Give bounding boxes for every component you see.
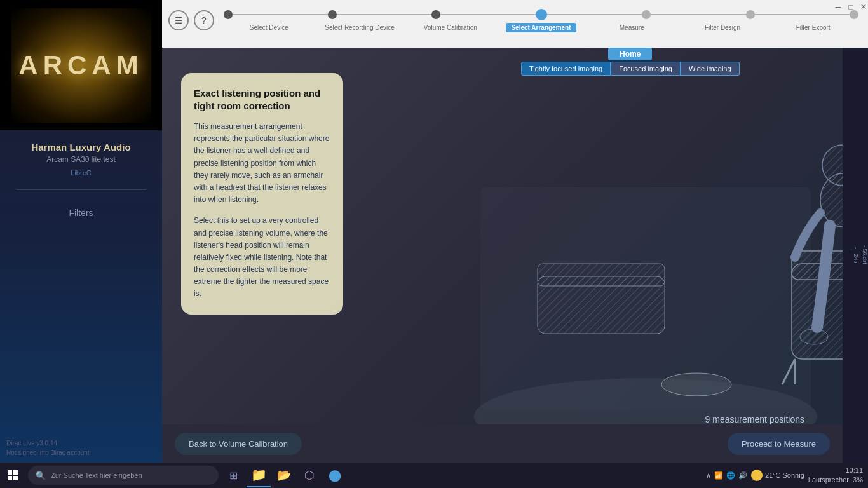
sidebar-lib-label: LibreC bbox=[71, 169, 91, 177]
room-scene bbox=[449, 60, 843, 461]
step-label-5: Measure bbox=[587, 24, 677, 31]
step-dot-7[interactable] bbox=[850, 10, 858, 19]
help-icon[interactable]: ? bbox=[194, 10, 214, 30]
sidebar-version: Dirac Live v3.0.14 bbox=[6, 438, 90, 448]
svg-point-13 bbox=[822, 145, 843, 186]
right-strip: - 56.dst - _24b bbox=[843, 48, 868, 463]
bottom-bar: Back to Volume Calibration Proceed to Me… bbox=[162, 424, 843, 463]
wifi-icon: 🌐 bbox=[726, 471, 735, 480]
step-dot-5[interactable] bbox=[642, 10, 651, 19]
step-label-3: Volume Calibration bbox=[405, 24, 496, 31]
search-text: Zur Suche Text hier eingeben bbox=[51, 471, 142, 479]
arrangement-options: Tightly focused imaging Focused imaging … bbox=[521, 62, 740, 76]
svg-point-14 bbox=[800, 329, 828, 344]
taskbar-app-icons: ⊞ 📁 📂 ⬡ ⬤ bbox=[221, 463, 706, 487]
right-strip-line1: - 56.dst bbox=[862, 245, 868, 264]
step-label-7: Filter Export bbox=[768, 24, 858, 31]
info-card: Exact listening position and tight room … bbox=[181, 73, 343, 315]
option-focused[interactable]: Focused imaging bbox=[611, 62, 681, 76]
main-content: ─ □ ✕ ☰ ? bbox=[162, 0, 868, 463]
close-button[interactable]: ✕ bbox=[859, 3, 868, 11]
step-dot-3[interactable] bbox=[431, 10, 440, 19]
steps-labels: Select Device Select Recording Device Vo… bbox=[224, 24, 858, 31]
volume-icon: 🔊 bbox=[738, 471, 747, 480]
arcam-brand-text: ARCAM bbox=[18, 50, 143, 81]
sidebar: ARCAM Harman Luxury Audio Arcam SA30 lit… bbox=[0, 0, 162, 463]
proceed-button[interactable]: Proceed to Measure bbox=[728, 433, 830, 455]
app3-icon[interactable]: ⬡ bbox=[297, 463, 322, 487]
back-button[interactable]: Back to Volume Calibration bbox=[175, 433, 302, 455]
chevron-up-icon[interactable]: ∧ bbox=[706, 471, 711, 480]
sidebar-device-name: Harman Luxury Audio bbox=[31, 142, 130, 152]
svg-point-5 bbox=[661, 373, 731, 396]
room-illustration bbox=[449, 60, 843, 461]
step-dot-1[interactable] bbox=[224, 10, 233, 19]
wizard-steps: Select Device Select Recording Device Vo… bbox=[224, 9, 858, 31]
step-label-1: Select Device bbox=[224, 24, 315, 31]
taskview-icon[interactable]: ⊞ bbox=[221, 463, 245, 487]
sidebar-bottom: Dirac Live v3.0.14 Not signed into Dirac… bbox=[6, 438, 90, 458]
taskbar-time: 10:11 Lautsprecher: 3% bbox=[808, 466, 863, 485]
info-card-body2: Select this to set up a very controlled … bbox=[194, 215, 330, 300]
step-label-4: Select Arrangement bbox=[496, 24, 587, 31]
step-dot-2[interactable] bbox=[328, 10, 337, 19]
steps-track bbox=[224, 9, 858, 20]
taskbar: 🔍 Zur Suche Text hier eingeben ⊞ 📁 📂 ⬡ ⬤… bbox=[0, 463, 868, 488]
sidebar-signin: Not signed into Dirac account bbox=[6, 448, 90, 458]
sidebar-logo: ARCAM bbox=[0, 0, 162, 130]
step-dot-6[interactable] bbox=[746, 10, 755, 19]
sidebar-filters-label: Filters bbox=[69, 208, 93, 218]
windows-icon bbox=[8, 470, 18, 480]
weather-display: 21°C Sonnig bbox=[751, 470, 804, 481]
info-card-title: Exact listening position and tight room … bbox=[194, 87, 330, 112]
weather-text: 21°C Sonnig bbox=[765, 471, 804, 479]
top-bar: ─ □ ✕ ☰ ? bbox=[162, 0, 868, 48]
home-badge[interactable]: Home bbox=[608, 48, 652, 60]
clock-time: 10:11 bbox=[808, 466, 863, 475]
app4-icon[interactable]: ⬤ bbox=[323, 463, 347, 487]
content-area: Home Tightly focused imaging Focused ima… bbox=[162, 48, 868, 463]
menu-icon[interactable]: ☰ bbox=[168, 10, 189, 30]
measurement-count: 9 measurement positions bbox=[705, 414, 804, 424]
right-strip-line2: - _24b bbox=[853, 247, 859, 264]
arrangement-dropdown: Home Tightly focused imaging Focused ima… bbox=[521, 48, 740, 76]
sidebar-divider bbox=[17, 189, 146, 190]
arcam-logo-container: ARCAM bbox=[11, 8, 151, 123]
sidebar-device-model: Arcam SA30 lite test bbox=[46, 155, 116, 164]
option-tight[interactable]: Tightly focused imaging bbox=[521, 62, 611, 76]
taskbar-search[interactable]: 🔍 Zur Suche Text hier eingeben bbox=[28, 466, 219, 485]
info-card-body1: This measurement arrangement represents … bbox=[194, 121, 330, 206]
option-wide[interactable]: Wide imaging bbox=[681, 62, 740, 76]
start-button[interactable] bbox=[0, 463, 25, 488]
network-icon: 📶 bbox=[714, 471, 723, 480]
taskbar-right: ∧ 📶 🌐 🔊 21°C Sonnig 10:11 Lautsprecher: … bbox=[706, 466, 868, 485]
top-controls: ☰ ? bbox=[168, 10, 214, 30]
svg-rect-4 bbox=[538, 264, 665, 286]
step-label-6: Filter Design bbox=[677, 24, 768, 31]
search-icon: 🔍 bbox=[36, 471, 46, 480]
step-label-2: Select Recording Device bbox=[315, 24, 405, 31]
active-step-badge: Select Arrangement bbox=[506, 23, 576, 32]
speaker-label: Lautsprecher: 3% bbox=[808, 475, 863, 485]
weather-sun-icon bbox=[751, 470, 763, 481]
sys-icons: ∧ 📶 🌐 🔊 bbox=[706, 471, 747, 480]
step-dot-4[interactable] bbox=[536, 9, 547, 20]
files-icon[interactable]: 📂 bbox=[272, 463, 296, 487]
explorer-icon[interactable]: 📁 bbox=[247, 463, 271, 487]
